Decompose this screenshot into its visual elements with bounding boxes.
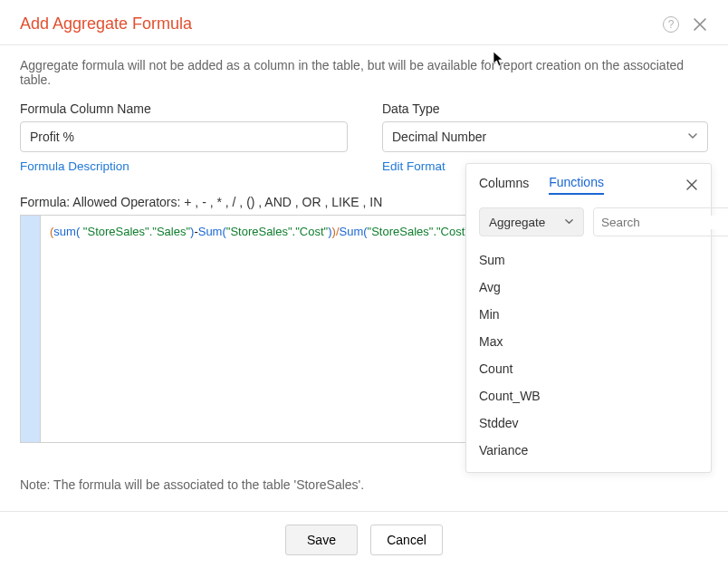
panel-close-icon[interactable] [685,178,698,191]
functions-panel: Columns Functions Aggregate Sum [465,163,712,473]
tab-columns[interactable]: Columns [479,176,529,194]
function-item-avg[interactable]: Avg [479,278,698,296]
tab-functions[interactable]: Functions [549,175,604,195]
data-type-label: Data Type [382,101,708,116]
panel-tabs: Columns Functions [479,175,698,195]
function-search-box[interactable] [593,207,728,236]
function-item-count[interactable]: Count [479,360,698,378]
function-item-max[interactable]: Max [479,332,698,351]
function-search-input[interactable] [601,216,728,229]
function-item-stddev[interactable]: Stddev [479,414,698,432]
chevron-down-icon [687,130,698,144]
function-item-countwb[interactable]: Count_WB [479,387,698,405]
dialog-title: Add Aggregate Formula [20,14,663,34]
function-item-sum[interactable]: Sum [479,251,698,269]
formula-name-label: Formula Column Name [20,101,348,116]
association-note: Note: The formula will be associated to … [20,477,708,492]
help-icon[interactable]: ? [663,16,679,33]
formula-name-col: Formula Column Name Formula Description [20,101,348,173]
save-button[interactable]: Save [285,525,358,555]
data-type-select[interactable]: Decimal Number [382,121,708,152]
function-item-variance[interactable]: Variance [479,441,698,459]
formula-code: (sum( "StoreSales"."Sales")-Sum("StoreSa… [41,216,506,442]
formula-name-input[interactable] [20,121,348,152]
add-aggregate-formula-dialog: Add Aggregate Formula ? Aggregate formul… [0,0,728,568]
function-item-min[interactable]: Min [479,305,698,323]
editor-gutter [21,216,41,442]
dialog-footer: Save Cancel [0,511,728,568]
function-category-select[interactable]: Aggregate [479,207,584,236]
dialog-header: Add Aggregate Formula ? [0,0,728,45]
function-list: Sum Avg Min Max Count Count_WB Stddev Va… [479,247,698,459]
data-type-value: Decimal Number [392,130,486,144]
formula-description-link[interactable]: Formula Description [20,159,348,173]
cancel-button[interactable]: Cancel [370,525,443,555]
chevron-down-icon [564,216,574,229]
dialog-description: Aggregate formula will not be added as a… [20,58,708,87]
panel-controls: Aggregate [479,207,698,236]
function-category-value: Aggregate [489,216,545,229]
close-icon[interactable] [692,16,708,33]
